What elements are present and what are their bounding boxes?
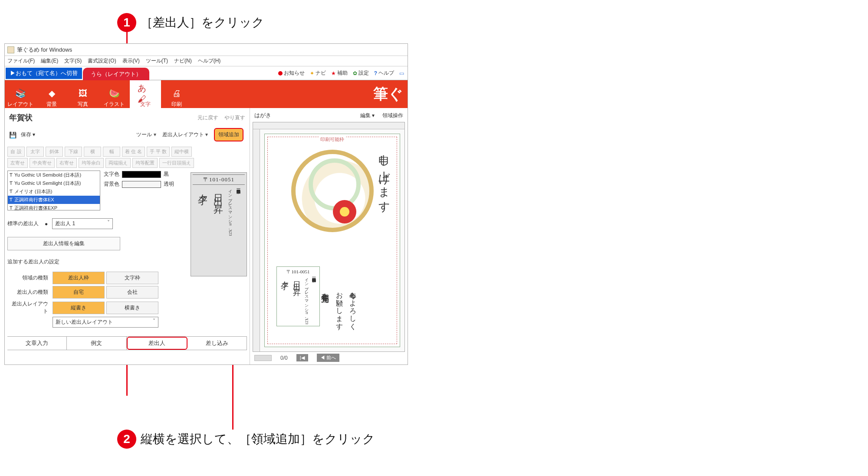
fmt-btn: 手 平 数 xyxy=(147,147,170,157)
fmt-btn: 太字 xyxy=(26,147,44,157)
gear-icon: ✿ xyxy=(353,70,357,76)
redo-link[interactable]: やり直す xyxy=(224,114,245,121)
sender-name1: 日出 昇 xyxy=(292,275,302,325)
greeting-text: 申し上げます xyxy=(376,146,391,335)
tab-omote[interactable]: ▶おもて（宛て名）へ切替 xyxy=(6,68,82,79)
opt-layout-vertical[interactable]: 縦書き xyxy=(53,302,105,314)
sender-zip: 〒101-0051 xyxy=(286,269,309,275)
preview-pager: 0/0 |◀ ◀ 前へ xyxy=(253,352,405,362)
bottom-tabs: 文章入力 例文 差出人 差し込み xyxy=(7,336,247,350)
bgcolor-value: 透明 xyxy=(164,181,174,188)
photo-icon: 🖼 xyxy=(75,87,91,100)
opt-type-work[interactable]: 会社 xyxy=(106,286,158,299)
edit-sender-button[interactable]: 差出人情報を編集 xyxy=(7,237,120,250)
font-list[interactable]: ƬYu Gothic UI Semibold (日本語) ƬYu Gothic … xyxy=(7,171,100,210)
ribbon-moji[interactable]: あ🖌文字 xyxy=(130,80,161,108)
undo-link[interactable]: 元に戻す xyxy=(197,114,218,121)
sender-layout-dropdown[interactable]: 差出人レイアウト xyxy=(162,131,208,138)
fmt-btn: 幅 xyxy=(103,147,120,157)
menu-tool[interactable]: ツール(T) xyxy=(146,57,168,65)
nav-first-button[interactable]: |◀ xyxy=(296,354,308,361)
sender-sample-preview: 〒101-0051 東京都千代田区神田神保町一ー一〇五 インプレスマンション12… xyxy=(191,172,247,276)
tab-example[interactable]: 例文 xyxy=(67,337,126,350)
opt-layout-horizontal[interactable]: 横書き xyxy=(106,302,158,314)
print-frame-label: 印刷可能枠 xyxy=(319,136,346,143)
font-icon: Ƭ xyxy=(10,181,13,186)
font-item-selected[interactable]: Ƭ正調祥南行書体EX xyxy=(8,196,100,204)
ribbon-layout[interactable]: 📚レイアウト xyxy=(5,80,36,108)
opt-area-sender[interactable]: 差出人枠 xyxy=(53,272,105,284)
menu-view[interactable]: 表示(V) xyxy=(122,57,140,65)
opt-area-text[interactable]: 文字枠 xyxy=(106,272,158,284)
bgcolor-swatch[interactable] xyxy=(122,181,161,188)
tab-merge[interactable]: 差し込み xyxy=(187,337,247,350)
textcolor-label: 文字色 xyxy=(104,171,119,178)
std-sender-combo[interactable]: 差出人 1 xyxy=(52,218,113,229)
bg-icon: ◆ xyxy=(44,87,59,100)
menu-navi[interactable]: ナビ(N) xyxy=(174,57,192,65)
postcard[interactable]: 印刷可能枠 申し上げます 今年もよろしく xyxy=(264,134,400,347)
font-item[interactable]: Ƭ正調祥南行書体EXP xyxy=(8,204,100,210)
menu-edit[interactable]: 編集(E) xyxy=(41,57,58,65)
illust-icon: 🍉 xyxy=(106,87,122,100)
menu-file[interactable]: ファイル(F) xyxy=(7,57,35,65)
region-ops-dropdown[interactable]: 領域操作 xyxy=(382,112,403,119)
ruler-vertical xyxy=(253,129,260,351)
link-help[interactable]: ?ヘルプ xyxy=(374,69,394,77)
callout-2: 2 縦横を選択して、［領域追加］をクリック xyxy=(117,430,375,449)
font-icon: Ƭ xyxy=(10,205,13,210)
sample-addr: 東京都千代田区神田神保町一ー一〇五 xyxy=(236,187,241,269)
shimenawa-icon xyxy=(291,150,374,232)
std-sender-label: 標準の差出人 xyxy=(7,220,39,227)
sender-name2: 夕子 xyxy=(279,275,290,325)
font-item[interactable]: Ƭメイリオ (日本語) xyxy=(8,187,100,196)
fmt-btn: 均等配置 xyxy=(132,158,158,168)
nav-prev-button[interactable]: ◀ 前へ xyxy=(317,354,339,362)
news-icon xyxy=(278,71,283,76)
sender-box[interactable]: 〒101-0051 東京都千代田区神田神保町一ー一〇五 インプレスマンション12… xyxy=(276,266,320,327)
window-icon[interactable]: ▭ xyxy=(399,70,404,76)
font-item[interactable]: ƬYu Gothic UI Semilight (日本語) xyxy=(8,179,100,187)
menu-bar: ファイル(F) 編集(E) 文字(S) 書式設定(O) 表示(V) ツール(T)… xyxy=(5,56,408,66)
msg-line1: 今年もよろしく xyxy=(348,287,357,326)
tab-ura[interactable]: うら（レイアウト） xyxy=(83,68,149,81)
scrollbar-h[interactable] xyxy=(254,355,272,361)
new-layout-combo[interactable]: 新しい差出人レイアウト xyxy=(53,317,158,328)
ruler-horizontal xyxy=(253,122,404,129)
menu-help[interactable]: ヘルプ(H) xyxy=(198,57,221,65)
ribbon-print[interactable]: 🖨印刷 xyxy=(161,80,192,108)
sample-bldg: インプレスマンション123 xyxy=(227,187,233,269)
fmt-btn: 横 xyxy=(84,147,101,157)
sender-addr: 東京都千代田区神田神保町一ー一〇五 xyxy=(311,275,317,325)
sample-name1: 日出 昇 xyxy=(212,187,225,269)
menu-format[interactable]: 書式設定(O) xyxy=(88,57,116,65)
menu-text[interactable]: 文字(S) xyxy=(64,57,82,65)
add-region-button[interactable]: 領域追加 xyxy=(214,128,243,141)
ribbon-illust[interactable]: 🍉イラスト xyxy=(99,80,130,108)
textcolor-swatch[interactable] xyxy=(122,171,161,178)
camellia-icon xyxy=(333,200,356,223)
font-item[interactable]: ƬYu Gothic UI Semibold (日本語) xyxy=(8,171,100,179)
save-icon: 💾 xyxy=(9,131,16,138)
text-format-toolbar: 自 設 太字 斜体 下線 横 幅 着 住 名 手 平 数 縦中横 左寄せ 中央寄… xyxy=(7,147,247,168)
link-navi[interactable]: ✦ナビ xyxy=(310,69,326,77)
print-icon: 🖨 xyxy=(169,87,184,100)
sender-bldg: インプレスマンション123 xyxy=(304,275,309,325)
tool-dropdown[interactable]: ツール xyxy=(136,131,156,138)
ribbon-bg[interactable]: ◆背景 xyxy=(36,80,67,108)
edit-dropdown[interactable]: 編集 ▾ xyxy=(360,112,375,119)
fmt-btn: 斜体 xyxy=(46,147,63,157)
link-settings[interactable]: ✿設定 xyxy=(353,69,369,77)
ribbon-photo[interactable]: 🖼写真 xyxy=(67,80,99,108)
star-icon: ★ xyxy=(331,70,336,76)
sample-zip: 〒101-0051 xyxy=(193,174,245,185)
opt-type-home[interactable]: 自宅 xyxy=(53,286,105,299)
save-button[interactable]: 保存 ▾ xyxy=(21,131,35,138)
fmt-btn: 縦中横 xyxy=(171,147,192,157)
opt-type-label: 差出人の種類 xyxy=(7,289,51,296)
link-news[interactable]: お知らせ xyxy=(278,69,305,77)
link-hojo[interactable]: ★補助 xyxy=(331,69,348,77)
left-pane: 年賀状 元に戻す やり直す 💾 保存 ▾ ツール 差出人レイアウト 領域追加 xyxy=(5,108,250,364)
tab-sender[interactable]: 差出人 xyxy=(127,337,187,350)
tab-textinput[interactable]: 文章入力 xyxy=(7,337,67,350)
